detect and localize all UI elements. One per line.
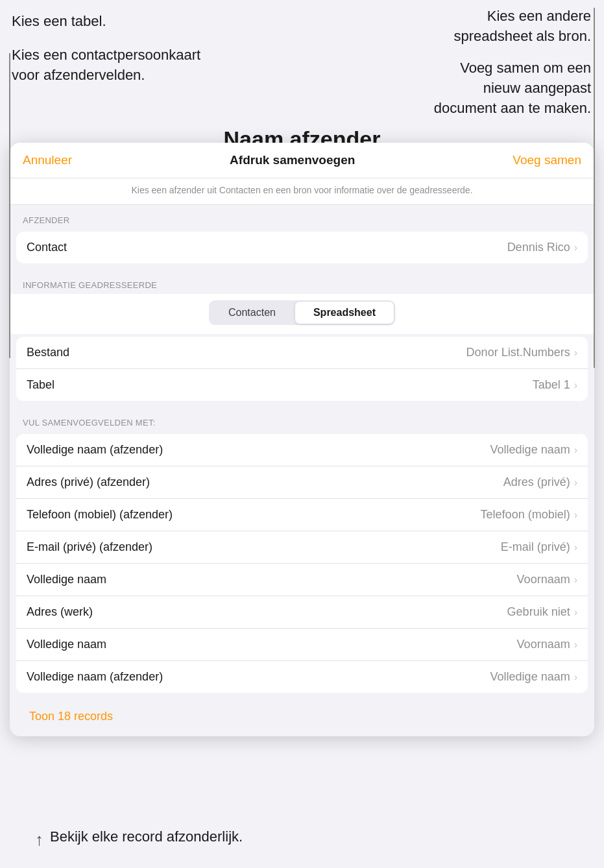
bottom-annotation-area: ↑ Bekijk elke record afzonderlijk. — [0, 815, 604, 856]
merge-field-chevron-icon-7: › — [574, 671, 577, 683]
merge-field-row-7[interactable]: Volledige naam (afzender) Volledige naam… — [16, 661, 588, 693]
show-records-button[interactable]: Toon 18 records — [29, 710, 113, 723]
addressee-section-label: INFORMATIE GEADRESSEERDE — [10, 270, 594, 294]
segment-container: Contacten Spreadsheet — [10, 294, 594, 334]
modal-subtitle: Kies een afzender uit Contacten en een b… — [10, 178, 594, 205]
annotation-mid-right: Voeg samen om een nieuw aangepast docume… — [434, 58, 591, 118]
merge-field-row-4[interactable]: Volledige naam Voornaam › — [16, 564, 588, 596]
merge-fields-section-label: VUL SAMENVOEGVELDEN MET: — [10, 407, 594, 431]
segmented-control: Contacten Spreadsheet — [209, 300, 395, 325]
cancel-button[interactable]: Annuleer — [23, 153, 72, 167]
right-bracket-line — [594, 8, 595, 368]
merge-field-label-3: E-mail (privé) (afzender) — [27, 540, 152, 554]
contact-value: Dennis Rico › — [507, 241, 577, 254]
modal-sheet: Annuleer Afdruk samenvoegen Voeg samen K… — [10, 143, 594, 736]
file-table-card: Bestand Donor List.Numbers › Tabel Tabel… — [16, 337, 588, 401]
merge-field-label-0: Volledige naam (afzender) — [27, 443, 163, 457]
merge-field-chevron-icon-6: › — [574, 639, 577, 651]
file-chevron-icon: › — [574, 347, 577, 359]
merge-field-chevron-icon-0: › — [574, 444, 577, 456]
contact-row[interactable]: Contact Dennis Rico › — [16, 232, 588, 263]
merge-field-label-6: Volledige naam — [27, 638, 106, 651]
contact-label: Contact — [27, 241, 67, 254]
left-bracket-line — [9, 53, 10, 358]
merge-field-chevron-icon-3: › — [574, 542, 577, 553]
table-label: Tabel — [27, 378, 54, 392]
table-row-item[interactable]: Tabel Tabel 1 › — [16, 369, 588, 401]
modal-header: Annuleer Afdruk samenvoegen Voeg samen — [10, 143, 594, 178]
merge-field-row-2[interactable]: Telefoon (mobiel) (afzender) Telefoon (m… — [16, 499, 588, 531]
merge-field-value-6: Voornaam › — [517, 638, 577, 651]
file-row[interactable]: Bestand Donor List.Numbers › — [16, 337, 588, 369]
merge-field-value-3: E-mail (privé) › — [501, 540, 577, 554]
merge-field-value-1: Adres (privé) › — [503, 476, 577, 489]
merge-fields-card: Volledige naam (afzender) Volledige naam… — [16, 434, 588, 693]
file-label: Bestand — [27, 346, 69, 359]
bottom-arrow-icon: ↑ — [35, 830, 43, 850]
merge-field-chevron-icon-1: › — [574, 477, 577, 488]
merge-field-label-1: Adres (privé) (afzender) — [27, 476, 150, 489]
merge-field-row-3[interactable]: E-mail (privé) (afzender) E-mail (privé)… — [16, 531, 588, 564]
merge-field-chevron-icon-2: › — [574, 509, 577, 521]
merge-field-row-0[interactable]: Volledige naam (afzender) Volledige naam… — [16, 434, 588, 466]
table-value: Tabel 1 › — [533, 378, 577, 392]
modal-title: Afdruk samenvoegen — [72, 153, 513, 167]
bottom-annotation: Bekijk elke record afzonderlijk. — [50, 828, 243, 845]
segment-spreadsheet[interactable]: Spreadsheet — [295, 302, 394, 324]
merge-field-label-5: Adres (werk) — [27, 605, 93, 619]
annotation-mid-left: Kies een contactpersoonkaart voor afzend… — [12, 45, 200, 86]
merge-field-value-5: Gebruik niet › — [507, 605, 577, 619]
merge-field-chevron-icon-4: › — [574, 574, 577, 586]
annotation-top-right: Kies een andere spreadsheet als bron. — [453, 6, 591, 47]
table-chevron-icon: › — [574, 380, 577, 391]
contact-chevron-icon: › — [574, 242, 577, 254]
merge-field-label-7: Volledige naam (afzender) — [27, 670, 163, 684]
merge-field-value-2: Telefoon (mobiel) › — [481, 508, 577, 522]
merge-field-value-7: Volledige naam › — [490, 670, 577, 684]
merge-field-value-4: Voornaam › — [517, 573, 577, 586]
segment-contacten[interactable]: Contacten — [210, 302, 294, 324]
merge-field-row-1[interactable]: Adres (privé) (afzender) Adres (privé) › — [16, 466, 588, 499]
merge-field-row-6[interactable]: Volledige naam Voornaam › — [16, 629, 588, 661]
merge-field-label-4: Volledige naam — [27, 573, 106, 586]
sender-card: Contact Dennis Rico › — [16, 232, 588, 263]
annotation-top-left: Kies een tabel. — [12, 12, 106, 32]
show-records-area: Toon 18 records — [10, 699, 594, 736]
merge-button[interactable]: Voeg samen — [513, 153, 581, 167]
merge-field-chevron-icon-5: › — [574, 607, 577, 618]
merge-field-label-2: Telefoon (mobiel) (afzender) — [27, 508, 173, 522]
merge-field-value-0: Volledige naam › — [490, 443, 577, 457]
file-value: Donor List.Numbers › — [466, 346, 577, 359]
merge-field-row-5[interactable]: Adres (werk) Gebruik niet › — [16, 596, 588, 629]
sender-section-label: AFZENDER — [10, 205, 594, 229]
